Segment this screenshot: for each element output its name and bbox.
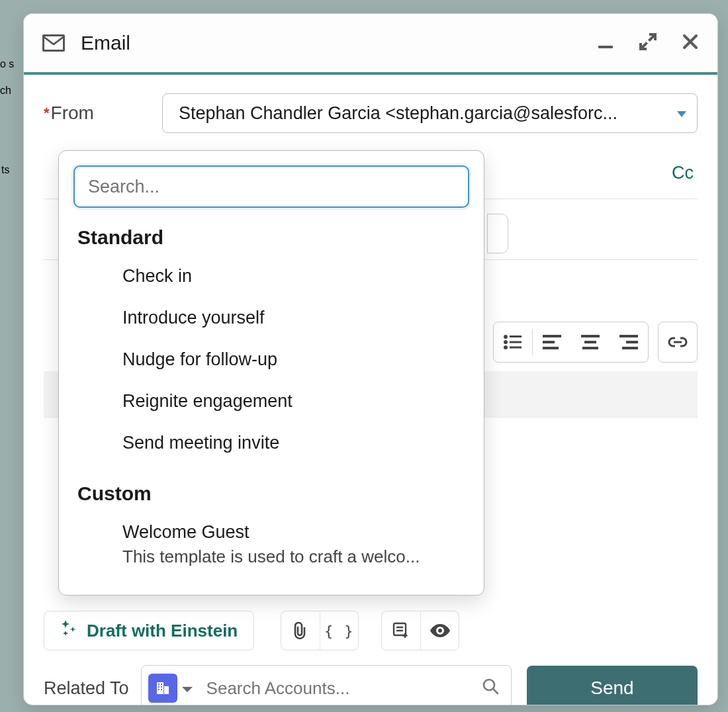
preview-button[interactable]: [420, 611, 459, 650]
expand-button[interactable]: [638, 32, 658, 54]
svg-rect-10: [581, 335, 600, 337]
svg-rect-4: [510, 341, 522, 343]
send-button[interactable]: Send: [527, 666, 698, 705]
svg-point-3: [504, 340, 508, 344]
panel-title: Email: [81, 32, 597, 54]
svg-rect-0: [598, 46, 613, 48]
svg-rect-16: [394, 623, 406, 635]
close-button[interactable]: [682, 33, 699, 53]
svg-point-5: [504, 345, 508, 349]
draft-with-einstein-button[interactable]: Draft with Einstein: [44, 611, 254, 650]
svg-rect-2: [510, 335, 522, 337]
from-label: *From: [44, 103, 153, 124]
from-select[interactable]: Stephan Chandler Garcia <stephan.garcia@…: [162, 93, 698, 133]
template-section-custom: Custom: [77, 482, 465, 505]
background-text-fragment: ch: [0, 85, 11, 97]
insert-link-button[interactable]: [659, 322, 697, 362]
template-item-description: This template is used to craft a welco..…: [122, 547, 464, 567]
template-item[interactable]: Reignite engagement: [117, 380, 469, 422]
list-align-toolbar-group: [493, 322, 649, 363]
insert-merge-field-button[interactable]: { }: [320, 611, 358, 650]
related-to-input[interactable]: Search Accounts...: [141, 665, 512, 705]
svg-rect-22: [161, 684, 162, 685]
related-to-label: Related To: [44, 678, 129, 699]
attach-file-button[interactable]: [281, 611, 320, 650]
template-item[interactable]: Introduce yourself: [117, 297, 469, 339]
svg-rect-14: [626, 341, 638, 343]
svg-rect-26: [161, 689, 162, 690]
account-entity-icon: [148, 674, 177, 703]
svg-rect-6: [510, 347, 522, 349]
svg-rect-11: [584, 341, 596, 343]
align-left-button[interactable]: [533, 322, 571, 362]
svg-rect-21: [158, 684, 159, 685]
svg-rect-23: [158, 686, 159, 688]
svg-point-1: [504, 335, 508, 339]
search-icon: [482, 678, 499, 699]
template-item[interactable]: Send meeting invite: [117, 422, 469, 464]
related-to-placeholder: Search Accounts...: [206, 678, 350, 699]
minimize-button[interactable]: [597, 33, 614, 53]
svg-rect-19: [157, 682, 163, 694]
bulleted-list-button[interactable]: [494, 322, 532, 362]
svg-line-28: [493, 689, 498, 693]
cc-button[interactable]: Cc: [668, 160, 698, 186]
svg-rect-9: [543, 347, 559, 349]
background-text-fragment: o s: [0, 58, 14, 70]
template-section-standard: Standard: [77, 226, 465, 249]
insert-template-button[interactable]: [382, 611, 420, 650]
svg-rect-13: [619, 335, 638, 337]
chevron-down-icon[interactable]: [181, 678, 193, 699]
recipient-chip-fragment: [487, 214, 508, 253]
template-search-input[interactable]: [73, 165, 469, 208]
svg-rect-12: [582, 347, 598, 349]
from-value: Stephan Chandler Garcia <stephan.garcia@…: [179, 103, 617, 124]
template-item[interactable]: Nudge for follow-up: [117, 339, 469, 380]
align-center-button[interactable]: [571, 322, 610, 362]
svg-rect-15: [622, 347, 638, 349]
envelope-icon: [42, 34, 65, 52]
template-search-popover: Standard Check in Introduce yourself Nud…: [58, 150, 484, 596]
svg-rect-25: [158, 689, 159, 690]
svg-rect-7: [543, 335, 561, 337]
sparkle-icon: [60, 620, 77, 642]
email-composer-panel: Email *From Stephan Chandler Garcia <ste…: [23, 13, 718, 705]
svg-rect-20: [164, 686, 169, 694]
panel-header: Email: [24, 14, 717, 72]
template-item-label: Welcome Guest: [122, 522, 464, 543]
link-toolbar-group: [658, 322, 698, 363]
svg-rect-8: [543, 341, 555, 343]
align-right-button[interactable]: [610, 322, 648, 362]
template-item[interactable]: Check in: [117, 255, 469, 297]
curly-braces-icon: { }: [324, 623, 355, 639]
svg-rect-24: [161, 686, 162, 688]
template-item[interactable]: Welcome Guest This template is used to c…: [117, 512, 469, 578]
background-text-fragment: ts: [1, 164, 9, 176]
